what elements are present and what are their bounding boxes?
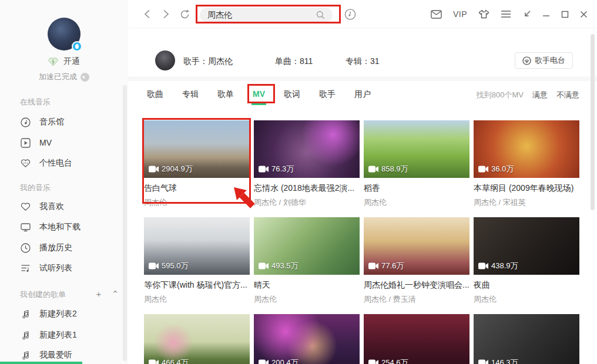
topbar: VIP	[128, 0, 597, 28]
mv-title[interactable]: 本草纲目 (2009年春晚现场)	[474, 183, 579, 194]
progress-strip	[0, 362, 82, 364]
sidebar-item-local-downloads[interactable]: 本地和下载	[0, 218, 128, 236]
mv-thumbnail[interactable]: 466.4万	[144, 314, 250, 364]
mv-thumbnail[interactable]: 438.9万	[474, 217, 579, 275]
camera-icon	[478, 262, 488, 269]
view-count: 254.6万	[368, 358, 408, 364]
mv-artist[interactable]: 周杰伦 / 费玉清	[364, 294, 469, 305]
mv-artist[interactable]: 周杰伦	[364, 197, 469, 208]
camera-icon	[259, 359, 269, 364]
artist-radio-button[interactable]: 歌手电台	[515, 52, 573, 69]
camera-icon	[478, 359, 488, 364]
camera-icon	[149, 359, 159, 364]
sidebar-item-label: 我喜欢	[39, 201, 64, 212]
sidebar-item-play-history[interactable]: 播放历史	[0, 239, 128, 257]
theme-skin-icon[interactable]	[478, 9, 489, 19]
unsatisfied-button[interactable]: 不满意	[556, 90, 579, 100]
result-count-label: 找到800个MV	[477, 90, 524, 100]
mv-thumbnail[interactable]: 858.9万	[364, 120, 469, 178]
back-icon[interactable]	[141, 8, 153, 20]
tab-artists[interactable]: 歌手	[319, 86, 336, 105]
sidebar: 开通 加速已完成 在线音乐 音乐馆 MV 个性电台 我的音乐 我喜欢 本地和下载	[0, 0, 128, 364]
sidebar-scrollbar[interactable]	[123, 85, 127, 361]
mv-thumbnail[interactable]: 36.0万	[474, 120, 579, 178]
main-scrollbar[interactable]	[591, 34, 595, 210]
tab-lyrics[interactable]: 歌词	[284, 86, 300, 105]
tab-users[interactable]: 用户	[354, 86, 371, 105]
mv-thumbnail[interactable]: 254.6万	[364, 314, 469, 364]
mv-thumbnail[interactable]: 146.3万	[474, 314, 579, 364]
section-my-playlists: 我创建的歌单	[20, 289, 66, 301]
search-input[interactable]	[200, 11, 316, 20]
view-count: 466.4万	[149, 358, 189, 364]
sidebar-item-personal-radio[interactable]: 个性电台	[0, 154, 128, 172]
view-count: 438.9万	[478, 261, 518, 271]
camera-icon	[478, 166, 488, 173]
sidebar-item-my-likes[interactable]: 我喜欢	[0, 198, 128, 215]
collapse-playlists-icon[interactable]: ⌃	[110, 289, 120, 299]
tab-songs[interactable]: 歌曲	[147, 86, 163, 105]
view-count: 595.0万	[149, 261, 189, 271]
mv-title[interactable]: 晴天	[254, 280, 360, 291]
close-icon[interactable]	[580, 11, 588, 18]
minimize-icon[interactable]	[542, 11, 550, 18]
main-area: VIP 歌手：周杰伦 单曲：811 专辑：31	[128, 0, 597, 364]
album-count-label: 专辑：31	[346, 56, 380, 67]
mv-artist[interactable]: 周杰伦	[144, 197, 250, 208]
mv-title[interactable]: 稻香	[364, 183, 469, 194]
mv-thumbnail[interactable]: 200.4万	[254, 314, 360, 364]
tab-albums[interactable]: 专辑	[182, 86, 199, 105]
sidebar-item-music-hall[interactable]: 音乐馆	[0, 113, 128, 131]
music-recognition-icon[interactable]	[344, 8, 356, 20]
tab-mv[interactable]: MV	[253, 86, 265, 105]
acceleration-status: 加速已完成	[0, 72, 128, 82]
mv-title[interactable]: 忘情水 (2018地表最强2演...	[254, 183, 360, 194]
mv-thumbnail[interactable]: 77.6万	[364, 217, 469, 275]
playlist-item-label: 新建列表2	[39, 309, 77, 319]
camera-icon	[368, 166, 378, 173]
mv-thumbnail[interactable]: 595.0万	[144, 217, 250, 275]
add-playlist-icon[interactable]: +	[94, 289, 103, 299]
mv-artist[interactable]: 周杰伦	[254, 294, 360, 305]
refresh-icon[interactable]	[179, 8, 190, 20]
maximize-icon[interactable]	[561, 11, 569, 18]
mv-card: 493.5万 晴天 周杰伦	[254, 217, 360, 314]
mv-title[interactable]: 等你下课(with 杨瑞代)官方...	[144, 280, 250, 291]
mv-thumbnail[interactable]: 493.5万	[254, 217, 360, 275]
mv-artist[interactable]: 周杰伦	[474, 294, 579, 305]
mv-artist[interactable]: 周杰伦	[144, 294, 250, 305]
mv-card: 36.0万 本草纲目 (2009年春晚现场) 周杰伦 / 宋祖英	[474, 120, 579, 217]
mv-thumbnail[interactable]: 76.3万	[254, 120, 360, 178]
view-count: 493.5万	[259, 261, 298, 271]
mv-artist[interactable]: 周杰伦 / 刘德华	[254, 197, 360, 208]
vip-activate-button[interactable]: 开通	[0, 56, 128, 67]
sidebar-item-mv[interactable]: MV	[0, 134, 128, 151]
vip-button[interactable]: VIP	[453, 9, 467, 19]
mv-artist[interactable]: 周杰伦 / 宋祖英	[474, 197, 579, 208]
playlist-item-new-list-1[interactable]: 新建列表1	[0, 326, 128, 344]
mv-title[interactable]: 夜曲	[474, 280, 579, 291]
qq-penguin-badge	[72, 41, 82, 52]
satisfied-button[interactable]: 满意	[532, 90, 548, 100]
user-avatar[interactable]	[48, 18, 81, 50]
mini-mode-icon[interactable]	[522, 10, 531, 19]
sidebar-item-listen-queue[interactable]: 试听列表	[0, 259, 128, 277]
search-icon[interactable]	[316, 11, 333, 19]
mv-title[interactable]: 周杰伦婚礼一秒钟变演唱会...	[364, 280, 469, 291]
mv-title[interactable]: 告白气球	[144, 183, 250, 194]
message-icon[interactable]	[431, 10, 442, 19]
forward-icon[interactable]	[160, 8, 172, 20]
camera-icon	[368, 359, 378, 364]
menu-icon[interactable]	[501, 10, 511, 18]
artist-radio-label: 歌手电台	[535, 55, 565, 66]
view-count: 146.3万	[478, 358, 518, 364]
mv-card: 77.6万 周杰伦婚礼一秒钟变演唱会... 周杰伦 / 费玉清	[364, 217, 469, 314]
tab-playlists[interactable]: 歌单	[217, 86, 234, 105]
diamond-icon	[48, 58, 58, 66]
mv-card: 2904.9万 告白气球 周杰伦	[144, 120, 250, 217]
music-note-icon	[20, 309, 31, 319]
sidebar-item-label: 音乐馆	[39, 117, 64, 127]
playlist-item-new-list-2[interactable]: 新建列表2	[0, 305, 128, 323]
camera-icon	[259, 262, 269, 269]
mv-thumbnail[interactable]: 2904.9万	[144, 120, 250, 178]
